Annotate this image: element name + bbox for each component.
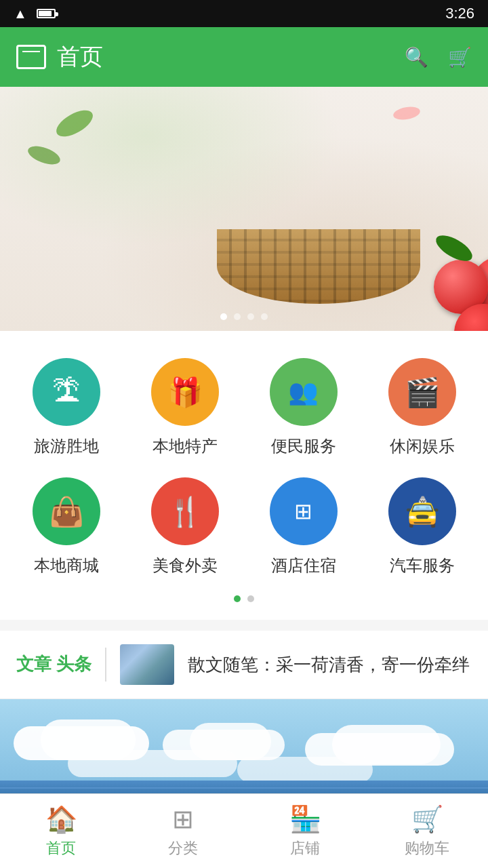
dot-1[interactable]	[220, 313, 227, 320]
scan-icon[interactable]	[16, 45, 46, 69]
dot-3[interactable]	[247, 313, 254, 320]
article-thumbnail	[120, 644, 174, 685]
travel-icon: 🏝	[33, 358, 100, 426]
category-item-car[interactable]: 🚖 汽车服务	[363, 471, 481, 590]
category-section: 🏝 旅游胜地 🎁 本地特产 👥 便民服务 🎬 休闲娱乐 👜 本地商城 🍴 美食外…	[0, 331, 488, 620]
category-icon: ⊞	[172, 804, 194, 834]
car-icon: 🚖	[388, 477, 456, 545]
nav-shop[interactable]: 🏪 店铺	[244, 794, 366, 868]
category-item-entertainment[interactable]: 🎬 休闲娱乐	[363, 351, 481, 471]
local-products-icon: 🎁	[151, 358, 219, 426]
wifi-icon: ▲	[14, 6, 27, 22]
article-section[interactable]: 文章 头条 散文随笔：采一荷清香，寄一份牵绊	[0, 631, 488, 699]
cart-label: 购物车	[405, 838, 449, 859]
banner[interactable]	[0, 87, 488, 331]
category-item-convenience[interactable]: 👥 便民服务	[244, 351, 363, 471]
category-label: 分类	[168, 838, 198, 859]
local-mall-label: 本地商城	[34, 555, 99, 576]
food-delivery-label: 美食外卖	[152, 555, 218, 576]
basket	[217, 229, 420, 304]
car-label: 汽车服务	[390, 555, 455, 576]
entertainment-icon: 🎬	[388, 358, 456, 426]
bottom-nav: 🏠 首页 ⊞ 分类 🏪 店铺 🛒 购物车	[0, 793, 488, 868]
category-item-hotel[interactable]: ⊞ 酒店住宿	[244, 471, 363, 590]
nav-category[interactable]: ⊞ 分类	[122, 794, 244, 868]
convenience-label: 便民服务	[271, 435, 336, 457]
grid-dots	[0, 590, 488, 613]
article-divider	[105, 648, 106, 682]
local-products-label: 本地特产	[152, 435, 218, 457]
category-grid-row2: 👜 本地商城 🍴 美食外卖 ⊞ 酒店住宿 🚖 汽车服务	[0, 471, 488, 590]
home-label: 首页	[46, 838, 76, 859]
category-grid-row1: 🏝 旅游胜地 🎁 本地特产 👥 便民服务 🎬 休闲娱乐	[0, 351, 488, 471]
nav-home[interactable]: 🏠 首页	[0, 794, 122, 868]
dot-4[interactable]	[261, 313, 268, 320]
shop-icon: 🏪	[289, 804, 321, 834]
shop-label: 店铺	[290, 838, 320, 859]
dot-2[interactable]	[234, 313, 241, 320]
status-bar: ▲ 3:26	[0, 0, 488, 27]
nav-cart[interactable]: 🛒 购物车	[366, 794, 488, 868]
category-item-local-products[interactable]: 🎁 本地特产	[125, 351, 244, 471]
hotel-icon: ⊞	[270, 477, 338, 545]
grid-dot-2[interactable]	[247, 595, 254, 602]
entertainment-label: 休闲娱乐	[390, 435, 455, 457]
convenience-icon: 👥	[270, 358, 338, 426]
cart-icon[interactable]: 🛒	[447, 45, 472, 69]
search-icon[interactable]: 🔍	[404, 45, 428, 69]
category-item-travel[interactable]: 🏝 旅游胜地	[7, 351, 125, 471]
food-delivery-icon: 🍴	[151, 477, 219, 545]
article-title: 散文随笔：采一荷清香，寄一份牵绊	[188, 652, 470, 677]
battery-icon	[37, 9, 56, 18]
home-icon: 🏠	[45, 804, 77, 834]
header-actions: 🔍 🛒	[404, 45, 472, 69]
time-display: 3:26	[445, 5, 474, 22]
local-mall-icon: 👜	[33, 477, 100, 545]
category-item-food-delivery[interactable]: 🍴 美食外卖	[125, 471, 244, 590]
banner-dots	[220, 313, 268, 320]
travel-label: 旅游胜地	[34, 435, 99, 457]
category-item-local-mall[interactable]: 👜 本地商城	[7, 471, 125, 590]
grid-dot-1[interactable]	[234, 595, 241, 602]
hotel-label: 酒店住宿	[271, 555, 336, 576]
article-tag: 文章 头条	[16, 653, 92, 676]
page-title: 首页	[57, 41, 404, 73]
cart-nav-icon: 🛒	[411, 804, 443, 834]
header: 首页 🔍 🛒	[0, 27, 488, 87]
